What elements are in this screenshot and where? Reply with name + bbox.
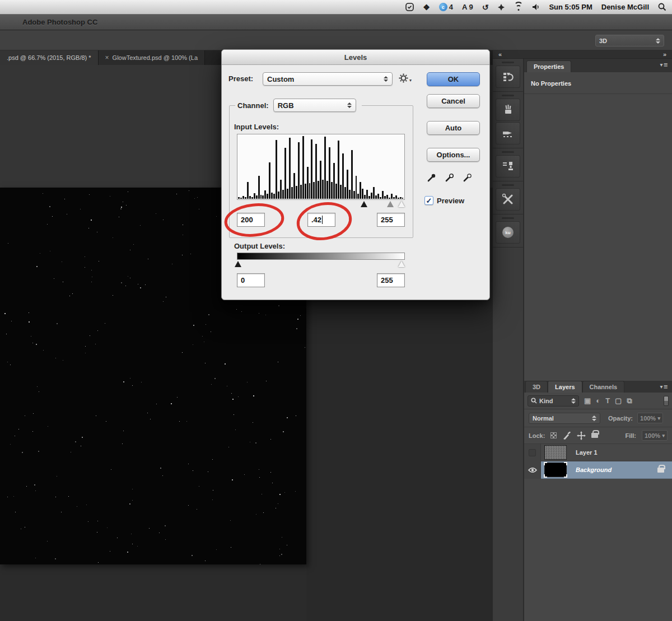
layer-row-background[interactable]: Background [524, 461, 672, 479]
opacity-field[interactable]: 100% ▾ [637, 413, 663, 423]
workspace-switcher[interactable]: 3D [595, 35, 664, 46]
app-title: Adobe Photoshop CC [22, 18, 97, 26]
history-panel-button[interactable] [496, 66, 520, 88]
star [166, 297, 166, 297]
menubar-clock[interactable]: Sun 5:05 PM [549, 3, 592, 11]
lock-all-icon[interactable] [591, 433, 598, 438]
input-gamma-slider[interactable] [387, 201, 394, 207]
document-tab-glowtextured[interactable]: × GlowTextured.psd @ 100% (La [99, 50, 205, 65]
star [57, 476, 57, 477]
star [39, 391, 39, 392]
channel-select[interactable]: RGB [273, 99, 356, 112]
tab-3d[interactable]: 3D [525, 381, 548, 393]
star [110, 196, 110, 197]
layer-filter-kind-select[interactable]: Kind [528, 395, 579, 407]
input-white-field[interactable]: 255 [377, 213, 405, 227]
star [194, 198, 195, 199]
visibility-toggle[interactable] [524, 444, 541, 461]
star [183, 225, 183, 225]
kuler-panel-button[interactable]: ku [496, 221, 520, 244]
layer-filter-toggle[interactable] [664, 396, 669, 406]
spotlight-search-icon[interactable] [658, 3, 666, 11]
wifi-menu-icon[interactable] [514, 4, 523, 11]
dropbox-menu-icon[interactable]: ❖ [423, 3, 430, 11]
star [197, 197, 198, 198]
gray-point-eyedropper-icon[interactable] [445, 173, 454, 183]
drag-handle[interactable] [502, 95, 514, 96]
blend-mode-select[interactable]: Normal [529, 413, 600, 424]
star [159, 533, 160, 533]
tab-channels[interactable]: Channels [582, 381, 625, 393]
layer-name[interactable]: Background [576, 466, 612, 473]
tab-layers[interactable]: Layers [548, 381, 582, 393]
visibility-toggle[interactable] [524, 461, 541, 479]
type-layer-filter-icon[interactable]: T [605, 397, 610, 404]
white-point-eyedropper-icon[interactable] [463, 173, 472, 183]
black-point-eyedropper-icon[interactable] [427, 173, 436, 183]
star [279, 555, 280, 556]
layer-thumbnail[interactable] [544, 463, 567, 477]
ok-button[interactable]: OK [427, 72, 480, 86]
cancel-button[interactable]: Cancel [427, 94, 480, 108]
layer-thumbnail[interactable] [544, 445, 567, 460]
creative-cloud-menu-icon[interactable]: c 4 [439, 3, 453, 11]
brush-presets-panel-button[interactable] [496, 99, 520, 121]
histogram-bar [386, 195, 388, 199]
output-black-slider[interactable] [235, 261, 241, 267]
options-button[interactable]: Options... [427, 148, 480, 162]
star [284, 492, 285, 493]
drag-handle[interactable] [502, 217, 514, 219]
collapse-panels-right-icon[interactable]: » [663, 51, 666, 58]
collapse-panels-left-icon[interactable]: « [498, 51, 502, 58]
lock-pixels-brush-icon[interactable] [562, 431, 571, 440]
brush-settings-panel-button[interactable] [496, 122, 520, 144]
lock-position-icon[interactable] [577, 431, 586, 440]
star [278, 503, 278, 504]
output-black-field[interactable]: 0 [237, 273, 265, 287]
tool-presets-panel-button[interactable] [496, 188, 520, 211]
star [111, 469, 111, 470]
accessibility-menu-icon[interactable] [497, 3, 505, 11]
tab-close-icon[interactable]: × [105, 54, 109, 62]
auto-button[interactable]: Auto [427, 121, 480, 135]
input-gamma-field[interactable]: .42 [307, 213, 335, 227]
adjustment-layer-filter-icon[interactable]: ◐ [596, 397, 600, 404]
input-black-slider[interactable] [361, 201, 367, 207]
smart-object-filter-icon[interactable]: ⧉ [627, 397, 632, 404]
star [55, 358, 56, 358]
preview-label: Preview [437, 197, 464, 205]
tab-properties[interactable]: Properties [526, 60, 571, 72]
dialog-title[interactable]: Levels [222, 50, 489, 65]
layer-row-layer1[interactable]: Layer 1 [524, 444, 672, 461]
panel-menu-icon[interactable]: ▾≣ [660, 384, 669, 390]
clone-source-panel-button[interactable] [496, 155, 520, 178]
preview-checkbox[interactable]: ✓ [424, 196, 433, 205]
fill-label: Fill: [625, 432, 636, 439]
input-black-field[interactable]: 200 [237, 213, 265, 227]
star [296, 415, 296, 416]
star [216, 549, 217, 550]
volume-menu-icon[interactable] [532, 3, 540, 11]
clock-check-menu-icon[interactable] [405, 3, 414, 11]
menubar-user[interactable]: Denise McGill [601, 3, 649, 11]
document-tab-active[interactable]: .psd @ 66.7% (2015, RGB/8) * [0, 50, 99, 65]
shape-layer-filter-icon[interactable]: ▢ [615, 397, 622, 404]
pixel-layer-filter-icon[interactable]: ▣ [584, 397, 591, 404]
star [97, 521, 98, 521]
drag-handle[interactable] [502, 151, 514, 153]
fill-field[interactable]: 100% ▾ [642, 430, 668, 441]
preset-menu-button[interactable]: ▾ [399, 73, 412, 83]
lock-transparency-icon[interactable] [550, 432, 557, 438]
output-white-field[interactable]: 255 [377, 273, 405, 287]
drag-handle[interactable] [502, 184, 514, 186]
star [18, 429, 19, 429]
preset-select[interactable]: Custom [263, 72, 393, 86]
time-machine-menu-icon[interactable]: ↺ [482, 3, 489, 11]
input-white-slider[interactable] [398, 201, 405, 207]
drag-handle[interactable] [502, 62, 514, 63]
histogram-bar [380, 197, 381, 199]
layer-name[interactable]: Layer 1 [576, 449, 598, 456]
output-white-slider[interactable] [398, 261, 405, 267]
panel-menu-icon[interactable]: ▾≣ [660, 62, 669, 68]
adobe-app-menu-icon[interactable]: A 9 [462, 3, 473, 11]
